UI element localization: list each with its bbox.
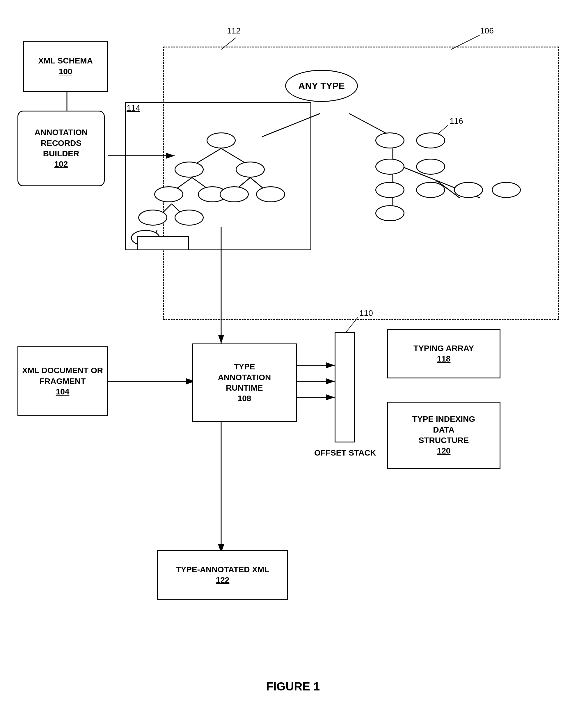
xml-schema-box: XML SCHEMA 100 <box>23 41 108 92</box>
rt-node-1 <box>375 132 404 149</box>
rt-side-2 <box>416 159 445 175</box>
offset-stack-label: OFFSET STACK <box>314 448 376 458</box>
rt-side-1 <box>416 132 445 149</box>
ref-106: 106 <box>480 26 494 35</box>
tree-node-root <box>207 132 236 149</box>
tree-node-l2-ll <box>154 186 183 202</box>
figure-label: FIGURE 1 <box>0 680 586 693</box>
xml-document-box: XML DOCUMENT ORFRAGMENT 104 <box>18 346 108 416</box>
type-annotated-xml-box: TYPE-ANNOTATED XML 122 <box>157 550 288 600</box>
rt-side-3 <box>454 182 483 198</box>
typing-array-box: TYPING ARRAY 118 <box>387 329 501 379</box>
tree-node-l3-lll <box>138 210 167 226</box>
type-annotation-runtime-box: TYPEANNOTATIONRUNTIME 108 <box>192 343 297 422</box>
tree-node-l1-left <box>175 161 204 178</box>
type-indexing-box: TYPE INDEXINGDATASTRUCTURE 120 <box>387 402 501 469</box>
diagram: 112 106 116 110 ANY TYPE 114 XML SC <box>0 0 586 728</box>
rt-node-2 <box>375 159 404 175</box>
offset-stack-box <box>335 332 355 442</box>
rt-side-2b <box>416 182 445 198</box>
tree-node-l3-llr <box>175 210 204 226</box>
tree-node-l2-rr <box>256 186 285 202</box>
annotation-records-builder-box: ANNOTATIONRECORDSBUILDER 102 <box>18 111 105 186</box>
any-type-oval: ANY TYPE <box>285 70 358 102</box>
rt-side-4 <box>492 182 521 198</box>
tree-node-l2-rl <box>220 186 249 202</box>
inner-solid-box-114 <box>125 102 311 250</box>
tree-rect-bottom <box>137 236 189 250</box>
rt-node-4 <box>375 205 404 221</box>
rt-node-3 <box>375 182 404 198</box>
ref-112: 112 <box>227 26 241 35</box>
tree-node-l1-right <box>236 161 265 178</box>
ref-114: 114 <box>127 103 140 113</box>
